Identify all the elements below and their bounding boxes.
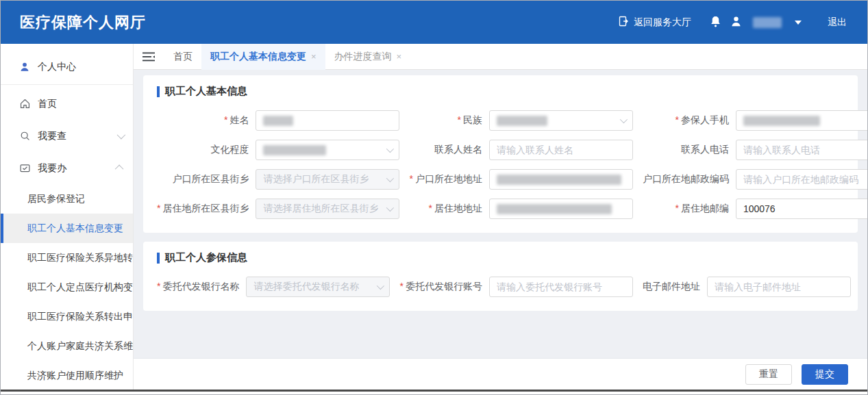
education-select[interactable] [256,140,399,160]
bank-name-select[interactable]: 请选择委托代发银行名称 [246,277,390,297]
return-hall-button[interactable]: 返回服务大厅 [618,16,691,29]
field-label: *姓名 [157,114,256,127]
chevron-down-icon[interactable] [795,21,802,25]
residence-postcode-input[interactable] [736,199,867,219]
logout-button[interactable]: 退出 [828,16,847,29]
redacted-value [497,116,547,126]
contact-phone-input[interactable] [736,140,867,160]
sidebar-item-handle[interactable]: 我要办 [1,152,133,184]
main-area: 首页 职工个人基本信息变更 × 办件进度查询 × 职工个人基本信息 [134,44,867,390]
redacted-value [743,116,820,126]
submenu-item-relation-transfer-in[interactable]: 职工医疗保险关系异地转... [1,243,133,272]
insurance-info-panel: 职工个人参保信息 *委托代发银行名称 请选择委托代发银行名称 *委托代发银行账号 [143,242,858,311]
field-contact-name: 联系人姓名 [409,140,642,160]
chevron-down-icon [386,175,394,182]
page-title: 医疗保障个人网厅 [20,12,146,33]
app-header: 医疗保障个人网厅 返回服务大厅 退出 [1,1,867,44]
tab-progress-query[interactable]: 办件进度查询 × [325,44,411,70]
field-label: *户口所在地地址 [409,173,488,186]
submenu-item-relation-transfer-out[interactable]: 职工医疗保险关系转出申请 [1,302,133,331]
bank-account-input[interactable] [489,277,633,297]
app-window: 医疗保障个人网厅 返回服务大厅 退出 [0,0,868,395]
section-accent-bar [157,253,160,264]
field-label: 联系人电话 [643,144,736,156]
sidebar-item-personal-center[interactable]: 个人中心 [1,51,133,83]
user-avatar-icon[interactable] [730,15,743,30]
field-label: 联系人姓名 [409,144,488,156]
reset-button[interactable]: 重置 [745,364,792,385]
section-accent-bar [157,86,160,97]
field-label: 电子邮件地址 [643,281,707,293]
close-icon[interactable]: × [311,51,317,62]
chevron-down-icon [386,204,394,212]
field-hukou-postcode: 户口所在地邮政编码 [643,169,867,190]
field-ethnicity: *民族 [409,110,642,131]
redacted-value [263,116,293,126]
hukou-district-select[interactable]: 请选择户口所在区县街乡 [256,169,399,190]
field-label: *参保人手机 [643,114,736,127]
header-icon-group [709,15,802,30]
field-label: 文化程度 [157,144,256,156]
basic-info-form: *姓名 *民族 *参保人手机 文化程度 [157,110,844,219]
email-input[interactable] [707,277,851,297]
field-label: *居住地地址 [409,203,488,215]
sidebar-item-label: 首页 [38,98,123,110]
header-actions: 返回服务大厅 退出 [618,15,847,30]
field-residence-address: *居住地地址 [409,199,642,219]
submenu-item-family-mutual-aid[interactable]: 个人账户家庭共济关系维护 [1,331,133,361]
submit-button[interactable]: 提交 [802,364,848,385]
tab-label: 职工个人基本信息变更 [210,51,306,63]
section-title: 职工个人参保信息 [157,251,844,264]
tab-bar: 首页 职工个人基本信息变更 × 办件进度查询 × [134,44,867,70]
insured-phone-input[interactable] [736,110,867,131]
insurance-info-form: *委托代发银行名称 请选择委托代发银行名称 *委托代发银行账号 电子邮件地址 [157,277,844,297]
field-contact-phone: 联系人电话 [643,140,867,160]
tab-basic-info-change[interactable]: 职工个人基本信息变更 × [201,44,325,70]
section-title: 职工个人基本信息 [157,85,844,98]
sidebar-item-query[interactable]: 我要查 [1,120,133,152]
field-label: 户口所在地邮政编码 [643,173,736,186]
field-label: *居住地所在区县街乡 [157,203,256,215]
close-icon[interactable]: × [397,51,402,62]
field-name: *姓名 [157,110,409,131]
sidebar-item-home[interactable]: 首页 [1,88,133,120]
notification-bell-icon[interactable] [709,15,722,30]
username-redacted[interactable] [753,17,782,28]
sidebar-item-label: 个人中心 [38,61,123,73]
field-education: 文化程度 [157,140,409,160]
name-input[interactable] [256,110,399,131]
residence-address-input[interactable] [489,199,633,219]
exit-doc-icon [618,16,629,29]
field-bank-name: *委托代发银行名称 请选择委托代发银行名称 [157,277,399,297]
chevron-down-icon [620,116,628,123]
collapse-menu-icon[interactable] [142,52,155,62]
sidebar-item-label: 我要查 [38,130,117,142]
search-icon [18,130,31,142]
tab-label: 办件进度查询 [334,51,392,63]
redacted-value [497,204,612,214]
field-hukou-address: *户口所在地地址 [409,169,642,190]
submenu-item-basic-info-change[interactable]: 职工个人基本信息变更 [1,214,133,243]
ethnicity-select[interactable] [489,110,633,131]
tab-home[interactable]: 首页 [164,44,201,70]
hukou-postcode-input[interactable] [736,169,867,190]
field-label: *民族 [409,114,488,127]
field-insured-phone: *参保人手机 [643,110,867,131]
chevron-down-icon [377,282,384,290]
submenu-item-resident-registration[interactable]: 居民参保登记 [1,184,133,214]
tab-label: 首页 [173,51,193,63]
content-area: 职工个人基本信息 *姓名 *民族 *参保人手机 [134,70,867,358]
redacted-value [497,175,621,185]
sidebar-item-label: 我要办 [38,162,117,175]
contact-name-input[interactable] [489,140,633,160]
divider [1,84,133,85]
field-email: 电子邮件地址 [643,277,860,297]
submenu-item-designated-hospital-change[interactable]: 职工个人定点医疗机构变更 [1,272,133,302]
window-bottom-sliver [1,392,867,394]
sidebar: 个人中心 首页 我要查 我要办 [1,44,134,390]
residence-district-select[interactable]: 请选择居住地所在区县街乡 [256,199,399,219]
field-label: *居住地邮编 [643,203,736,215]
field-residence-postcode: *居住地邮编 [643,199,867,219]
submenu-item-mutual-account-order[interactable]: 共济账户使用顺序维护 [1,361,133,390]
hukou-address-input[interactable] [489,169,633,190]
